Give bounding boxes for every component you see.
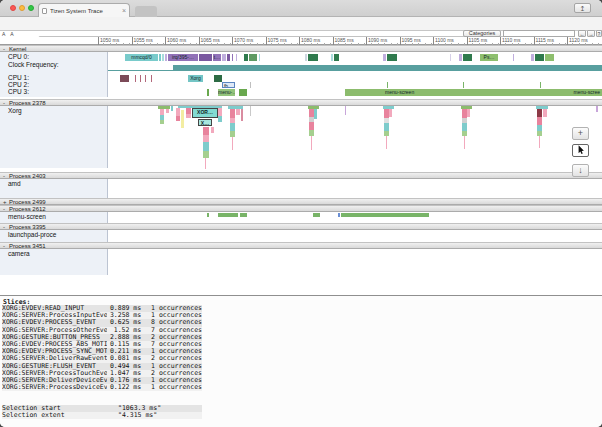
trace-slice[interactable] [467,109,470,117]
trace-slice[interactable]: XOR… [192,108,218,118]
trace-slice[interactable] [309,122,314,130]
trace-slice[interactable] [159,54,161,61]
trace-slice[interactable]: irq/395-… [168,54,198,61]
trace-slice[interactable] [537,109,542,117]
trace-slice[interactable] [232,54,233,61]
trace-slice[interactable] [140,75,141,82]
trace-slice[interactable] [176,116,180,121]
trace-slice[interactable] [545,54,554,61]
trace-slice[interactable] [531,54,534,61]
trace-slice[interactable] [239,89,247,96]
trace-slice[interactable] [207,213,209,217]
trace-slice[interactable] [249,54,257,61]
trace-slice[interactable] [596,106,598,112]
trace-slice[interactable] [384,123,389,131]
trace-slice[interactable] [135,75,136,82]
trace-slice[interactable] [203,142,209,151]
trace-slice[interactable] [314,109,317,119]
trace-slice[interactable] [207,89,209,96]
trace-slice[interactable] [166,109,169,113]
trace-slice[interactable] [236,54,237,61]
trace-slice[interactable] [341,213,429,217]
trace-slice[interactable] [540,82,541,88]
slice-name: XORG:GESTURE:BUTTON_PRESS [2,334,107,341]
trace-slice[interactable]: menu-… [218,89,235,96]
trace-slice[interactable]: fb… [222,82,235,88]
trace-slice[interactable] [236,109,240,115]
clock-frequency-counter[interactable] [173,65,602,71]
clock-frequency-counter[interactable] [108,70,174,71]
trace-slice[interactable] [387,82,388,88]
trace-slice[interactable] [218,116,222,122]
trace-slice[interactable]: mmcqd/0 [125,54,158,61]
trace-slice[interactable] [214,75,222,82]
trace-slice[interactable] [345,106,346,115]
trace-slice[interactable] [464,136,465,149]
slices-table: XORG:EVDEV:READ_INPUT0.889 ms 1 occurren… [2,305,202,391]
trace-slice[interactable] [386,136,387,149]
trace-slice[interactable] [241,109,243,121]
trace-slice[interactable] [539,136,540,148]
zoom-in-button[interactable]: + [572,127,589,140]
trace-slice[interactable] [181,110,184,128]
pan-down-button[interactable]: ↓ [572,164,589,177]
trace-slice[interactable] [186,114,191,118]
slice-label: menu-scree [574,89,600,95]
trace-slice[interactable]: menu-screenmenu-scree [345,89,602,96]
trace-slice[interactable] [463,54,472,61]
trace-slice[interactable] [459,54,462,61]
trace-slice[interactable] [230,123,235,131]
trace-slice[interactable] [232,137,233,150]
selection-mode-button[interactable] [572,144,589,157]
cursor-icon [577,145,585,155]
slice-stat-row: XORG:SERVER:ProcessDeviceEvent0.122 ms 1… [2,384,202,391]
trace-slice[interactable] [463,82,464,88]
trace-slice[interactable] [151,75,152,82]
trace-slice[interactable] [205,158,206,169]
trace-slice[interactable] [387,54,397,61]
trace-slice[interactable] [211,127,214,133]
trace-slice[interactable] [313,213,320,217]
trace-slice[interactable] [334,54,339,61]
trace-slice[interactable] [120,75,129,82]
trace-slice[interactable] [331,54,333,61]
trace-slice[interactable] [308,54,318,61]
trace-slice[interactable] [389,109,392,117]
trace-slice[interactable] [543,109,547,117]
trace-slice[interactable]: t… [213,54,221,61]
trace-slice[interactable] [222,54,226,61]
trace-slice[interactable] [462,123,467,131]
trace-slice[interactable] [244,54,248,61]
trace-slice[interactable] [305,54,307,61]
trace-slice[interactable] [165,54,167,61]
trace-slice[interactable] [227,54,230,61]
trace-slice[interactable] [311,136,312,150]
trace-slice[interactable] [203,151,209,158]
trace-slice[interactable] [383,54,386,61]
trace-slice[interactable] [535,54,544,61]
trace-slice[interactable] [250,82,251,88]
trace-slice[interactable] [450,54,451,61]
trace-slice[interactable] [240,213,247,217]
trace-slice[interactable] [199,54,212,61]
trace-slice[interactable]: Ps… [480,54,498,61]
trace-slice[interactable] [203,127,209,135]
trace-slice[interactable] [171,106,173,111]
trace-slice[interactable] [513,54,514,61]
trace-slice[interactable] [259,54,260,61]
trace-slice[interactable] [218,108,222,116]
trace-slice[interactable] [537,117,542,125]
trace-slice[interactable] [145,75,146,82]
trace-slice[interactable] [250,106,251,116]
trace-slice[interactable] [176,108,180,116]
trace-slice[interactable]: X… [198,119,212,126]
trace-slice[interactable] [162,54,164,61]
trace-slice[interactable] [230,109,235,118]
trace-slice[interactable] [218,213,238,217]
trace-slice[interactable] [160,120,164,124]
trace-slice[interactable]: Xorg [188,75,203,82]
slice-name: XORG:SERVER:ProcessInputEvents [2,312,107,319]
trace-slice[interactable] [338,213,340,217]
track-area[interactable]: mmcqd/0irq/395-…t…Ps…Xorgfb…menu-…menu-s… [0,0,602,295]
trace-slice[interactable] [203,135,209,142]
